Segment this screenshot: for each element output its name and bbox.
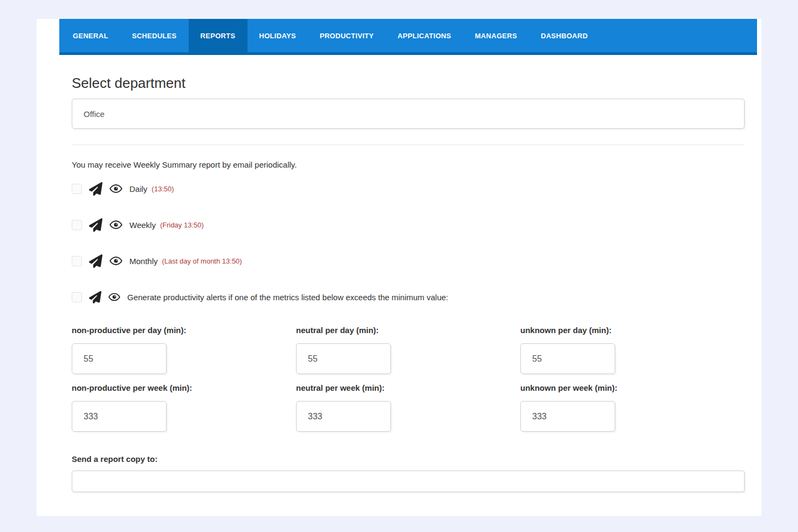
daily-checkbox[interactable]: [72, 184, 82, 194]
metric-unknown-week: unknown per week (min):: [520, 383, 745, 432]
send-icon[interactable]: [89, 291, 101, 303]
alerts-checkbox[interactable]: [72, 292, 82, 302]
metric-unknown-day: unknown per day (min):: [520, 326, 745, 374]
report-rows: Daily (13:50) Weekly (Friday 13:50): [72, 182, 745, 304]
send-icon[interactable]: [89, 182, 102, 196]
report-row-schedule: (Friday 13:50): [160, 221, 204, 229]
metric-nonproductive-week: non-productive per week (min):: [72, 383, 296, 432]
nonproductive-week-input[interactable]: [72, 401, 167, 432]
tab-managers[interactable]: MANAGERS: [463, 19, 529, 55]
main-nav: GENERAL SCHEDULES REPORTS HOLIDAYS PRODU…: [59, 19, 757, 55]
tab-dashboard[interactable]: DASHBOARD: [529, 19, 600, 55]
eye-icon[interactable]: [108, 291, 120, 303]
report-row-schedule: (13:50): [152, 185, 174, 193]
neutral-day-input[interactable]: [296, 343, 391, 374]
department-select[interactable]: Office: [72, 99, 745, 129]
tab-holidays[interactable]: HOLIDAYS: [247, 19, 308, 55]
report-row-daily: Daily (13:50): [72, 182, 745, 196]
metric-label: unknown per week (min):: [520, 383, 745, 393]
tab-schedules[interactable]: SCHEDULES: [120, 19, 189, 55]
metric-label: unknown per day (min):: [520, 326, 745, 335]
send-icon[interactable]: [89, 254, 102, 268]
monthly-checkbox[interactable]: [72, 256, 82, 266]
main-content: Select department Office You may receive…: [37, 75, 761, 492]
report-row-label: Weekly: [129, 220, 156, 230]
tab-general[interactable]: GENERAL: [59, 19, 120, 55]
tab-applications[interactable]: APPLICATIONS: [386, 19, 463, 55]
report-row-schedule: (Last day of month 13:50): [162, 257, 242, 265]
report-row-label: Monthly: [129, 257, 158, 266]
report-row-monthly: Monthly (Last day of month 13:50): [72, 254, 745, 268]
metric-neutral-day: neutral per day (min):: [296, 326, 520, 374]
weekly-checkbox[interactable]: [72, 220, 82, 230]
report-row-weekly: Weekly (Friday 13:50): [72, 218, 745, 232]
metric-label: non-productive per week (min):: [72, 383, 296, 393]
tab-productivity[interactable]: PRODUCTIVITY: [308, 19, 386, 55]
metrics-grid: non-productive per day (min): neutral pe…: [72, 326, 745, 432]
eye-icon[interactable]: [109, 182, 122, 195]
divider: [72, 144, 745, 145]
department-value: Office: [84, 109, 105, 119]
unknown-day-input[interactable]: [520, 343, 615, 374]
neutral-week-input[interactable]: [296, 401, 391, 432]
metric-label: non-productive per day (min):: [72, 326, 296, 335]
send-icon[interactable]: [89, 218, 102, 232]
page-title: Select department: [72, 75, 745, 92]
metric-neutral-week: neutral per week (min):: [296, 383, 520, 432]
report-copy-input[interactable]: [72, 471, 745, 492]
unknown-week-input[interactable]: [520, 401, 615, 432]
tab-reports[interactable]: REPORTS: [189, 19, 247, 55]
report-row-label: Daily: [129, 184, 147, 194]
report-copy-label: Send a report copy to:: [72, 454, 745, 464]
eye-icon[interactable]: [109, 254, 122, 267]
metric-label: neutral per week (min):: [296, 383, 520, 393]
report-row-label: Generate productivity alerts if one of t…: [127, 293, 448, 302]
metric-label: neutral per day (min):: [296, 326, 520, 335]
nonproductive-day-input[interactable]: [72, 343, 167, 374]
settings-card: GENERAL SCHEDULES REPORTS HOLIDAYS PRODU…: [37, 19, 761, 516]
intro-text: You may receive Weekly Summary report by…: [72, 160, 745, 170]
eye-icon[interactable]: [109, 218, 122, 231]
report-row-alerts: Generate productivity alerts if one of t…: [72, 290, 745, 304]
metric-nonproductive-day: non-productive per day (min):: [72, 326, 296, 374]
